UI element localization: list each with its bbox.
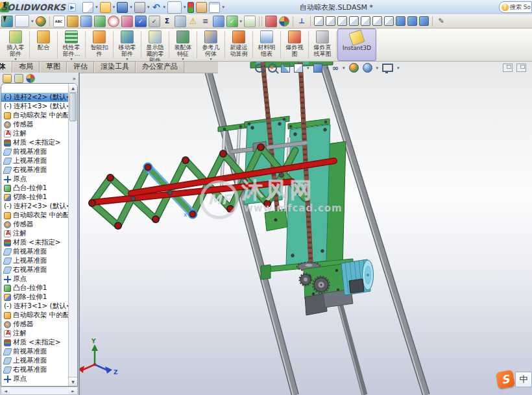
scroll-down-arrow[interactable]: ▼ bbox=[69, 377, 77, 386]
display-style-icon[interactable] bbox=[313, 64, 322, 73]
hide-show-dropdown[interactable]: ▾ bbox=[343, 66, 345, 71]
linear-pattern-button[interactable]: 线性零部件... ▾ bbox=[58, 29, 84, 61]
view-orientation-dropdown[interactable]: ▾ bbox=[307, 66, 309, 71]
view-top-icon[interactable] bbox=[361, 16, 370, 26]
chain-clamp[interactable] bbox=[265, 209, 287, 231]
mass-properties-icon[interactable] bbox=[80, 16, 92, 27]
tree-item-cut-extrude[interactable]: 切除-拉伸1 bbox=[1, 293, 77, 302]
tree-item-plane-right[interactable]: 右视基准面 bbox=[1, 265, 77, 274]
drive-assembly[interactable] bbox=[261, 259, 374, 315]
explode-line-sketch-button[interactable]: 爆炸直线草图 bbox=[309, 29, 335, 61]
design-check-dropdown[interactable]: ▾ bbox=[240, 19, 243, 24]
sogou-logo-icon[interactable]: S bbox=[496, 370, 515, 389]
tree-item-mates[interactable]: 自动晾衣架 中的配合 bbox=[1, 111, 77, 120]
edit-appearance-icon[interactable] bbox=[349, 63, 359, 73]
spellcheck-icon[interactable]: ABC bbox=[53, 16, 65, 27]
tree-item-material[interactable]: 材质 <未指定> bbox=[1, 338, 77, 347]
tree-item-sensors[interactable]: 传感器 bbox=[1, 220, 77, 229]
tree-item-annotations[interactable]: 注解 bbox=[1, 129, 77, 138]
tree-item-plane-top[interactable]: 上视基准面 bbox=[1, 256, 77, 265]
tree-item-mates[interactable]: 自动晾衣架 中的配合 bbox=[1, 211, 77, 220]
tree-item-annotations[interactable]: 注解 bbox=[1, 329, 77, 338]
tree-item-plane-top[interactable]: 上视基准面 bbox=[1, 156, 77, 165]
open-dropdown[interactable]: ▾ bbox=[113, 5, 115, 10]
insert-components-button[interactable]: 插入零部件 ▾ bbox=[3, 29, 29, 61]
rotate-view-icon[interactable] bbox=[265, 16, 277, 27]
view-settings-icon[interactable] bbox=[382, 64, 393, 72]
options-dropdown[interactable]: ▾ bbox=[222, 5, 224, 10]
design-check-icon[interactable]: ✓ bbox=[226, 16, 238, 27]
tree-item-component[interactable]: (-) 连杆3<1> (默认<<默 bbox=[1, 302, 77, 311]
scroll-left-arrow[interactable]: ◄ bbox=[1, 387, 10, 394]
select2-dropdown[interactable]: ▾ bbox=[31, 19, 34, 24]
undo-dropdown[interactable]: ▾ bbox=[163, 5, 165, 10]
print-dropdown[interactable]: ▾ bbox=[147, 5, 150, 10]
view-settings-dropdown[interactable]: ▾ bbox=[397, 66, 400, 71]
options-icon[interactable] bbox=[209, 2, 220, 13]
measure-icon[interactable] bbox=[67, 16, 79, 27]
new-document-icon[interactable] bbox=[82, 2, 93, 13]
display-style-dropdown[interactable]: ▾ bbox=[326, 66, 329, 71]
reference-geometry-button[interactable]: 参考几何体 ▾ bbox=[198, 29, 224, 61]
tree-item-component[interactable]: (-) 连杆2<3> (默认<<默 bbox=[1, 202, 77, 211]
tree-item-component[interactable]: (-) 连杆2<2> (默认<<默 bbox=[1, 93, 77, 102]
tree-item-cut-extrude[interactable]: 切除-拉伸1 bbox=[1, 193, 77, 202]
restore-pane-icon[interactable] bbox=[503, 64, 513, 72]
zoom-area-icon[interactable] bbox=[268, 64, 277, 73]
scroll-up-arrow[interactable]: ▲ bbox=[69, 84, 77, 93]
performance-evaluation-icon[interactable] bbox=[108, 16, 119, 27]
show-hidden-components-button[interactable]: 显示隐藏的零部件 bbox=[142, 29, 168, 61]
tree-item-boss-extrude[interactable]: 凸台-拉伸1 bbox=[1, 184, 77, 193]
tab-evaluate[interactable]: 评估 bbox=[67, 62, 94, 73]
menu-flyout-arrow-icon[interactable]: ▶ bbox=[68, 3, 76, 12]
display-manager-tab-icon[interactable] bbox=[26, 74, 35, 83]
tree-item-mates[interactable]: 自动晾衣架 中的配合 bbox=[1, 311, 77, 320]
panel-expand-chevrons[interactable]: » bbox=[72, 75, 76, 82]
view-orientation-icon[interactable] bbox=[294, 64, 303, 73]
select-tool-button-2[interactable] bbox=[15, 15, 29, 27]
tree-item-origin[interactable]: 原点 bbox=[1, 174, 77, 184]
section-properties-icon[interactable] bbox=[94, 16, 106, 27]
tree-item-plane-front[interactable]: 前视基准面 bbox=[1, 347, 77, 356]
panel-splitter[interactable] bbox=[79, 73, 80, 395]
assembly-features-button[interactable]: 装配体特征 ▾ bbox=[170, 29, 196, 61]
tab-assembly[interactable]: 装配体 bbox=[0, 62, 12, 73]
shaded-with-edges-icon[interactable] bbox=[396, 16, 405, 26]
new-motion-study-button[interactable]: 新建运动算例 bbox=[226, 29, 252, 61]
feature-manager-tab-icon[interactable] bbox=[3, 74, 12, 83]
tree-item-sensors[interactable]: 传感器 bbox=[1, 320, 77, 329]
save-icon[interactable] bbox=[117, 2, 128, 13]
save-dropdown[interactable]: ▾ bbox=[130, 5, 132, 10]
motor[interactable] bbox=[341, 259, 374, 295]
view-bottom-icon[interactable] bbox=[372, 16, 382, 26]
move-component-button[interactable]: 移动零部件 ▾ bbox=[114, 29, 140, 61]
tree-item-boss-extrude[interactable]: 凸台-拉伸1 bbox=[1, 283, 77, 293]
replace-components-icon[interactable] bbox=[213, 16, 224, 27]
tree-horizontal-scrollbar[interactable]: ◄ ► bbox=[1, 387, 78, 395]
tree-item-annotations[interactable]: 注解 bbox=[1, 229, 77, 238]
open-icon[interactable] bbox=[100, 2, 111, 13]
equations-icon[interactable]: Σ bbox=[162, 16, 173, 27]
instant3d-button[interactable]: Instant3D bbox=[337, 29, 376, 61]
design-table-icon[interactable] bbox=[244, 16, 256, 27]
tree-item-plane-right[interactable]: 右视基准面 bbox=[1, 165, 77, 174]
tree-item-material[interactable]: 材质 <未指定> bbox=[1, 238, 77, 247]
zoom-fit-icon[interactable] bbox=[255, 64, 264, 73]
view-left-icon[interactable] bbox=[337, 16, 347, 26]
rebuild-icon[interactable] bbox=[187, 2, 194, 13]
tree-item-material[interactable]: 材质 <未指定> bbox=[1, 138, 77, 147]
search-box[interactable]: ? 搜索 So bbox=[499, 1, 532, 13]
display-pie-icon[interactable] bbox=[279, 16, 289, 27]
tab-layout[interactable]: 布局 bbox=[12, 62, 40, 73]
check-active-icon[interactable]: ✓ bbox=[135, 16, 147, 27]
edit-sketch-pencil-icon[interactable]: ✎ bbox=[436, 16, 446, 27]
help-icon[interactable]: ? bbox=[502, 4, 509, 11]
scrollbar-thumb[interactable] bbox=[69, 93, 77, 121]
view-front-icon[interactable] bbox=[314, 16, 324, 26]
scroll-right-arrow[interactable]: ► bbox=[69, 387, 77, 394]
undo-icon[interactable]: ↶ bbox=[151, 3, 161, 12]
align-icon[interactable]: ≡ bbox=[200, 16, 211, 27]
tree-item-component[interactable]: (-) 连杆1<3> (默认<<默 bbox=[1, 102, 77, 111]
hide-show-items-icon[interactable]: ∞ bbox=[332, 64, 339, 72]
scene-dropdown[interactable]: ▾ bbox=[376, 66, 379, 71]
